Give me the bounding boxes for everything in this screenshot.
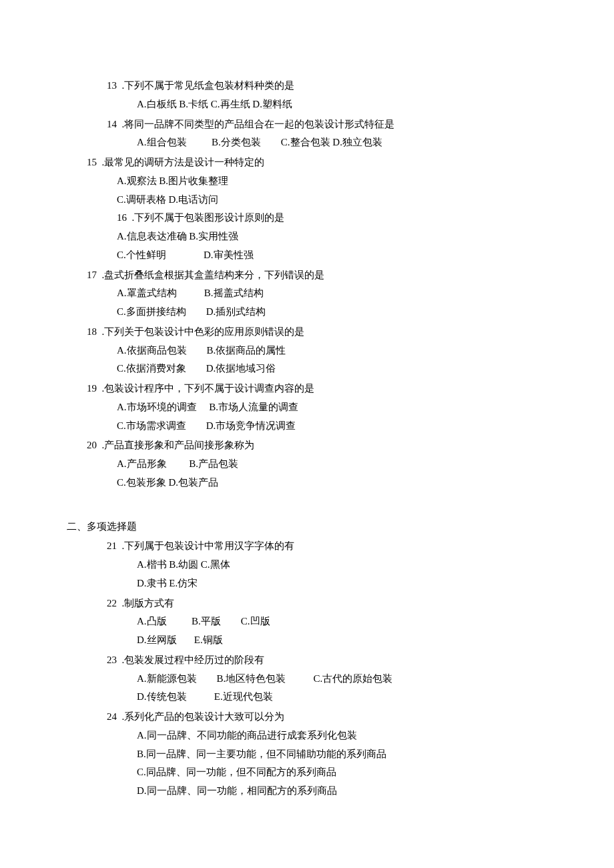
question-stem: 13 .下列不属于常见纸盒包装材料种类的是 — [87, 77, 527, 95]
question-17: 17 .盘式折叠纸盒根据其盒盖结构来分，下列错误的是 A.罩盖式结构 B.摇盖式… — [87, 266, 527, 322]
question-22: 22 .制版方式有 A.凸版 B.平版 C.凹版 D.丝网版 E.铜版 — [87, 594, 527, 650]
option-line: D.同一品牌、同一功能，相同配方的系列商品 — [87, 782, 527, 801]
option-line: C.同品牌、同一功能，但不同配方的系列商品 — [87, 763, 527, 782]
question-24: 24 .系列化产品的包装设计大致可以分为 A.同一品牌、不同功能的商品进行成套系… — [87, 708, 527, 801]
option-line: A.白板纸 B.卡纸 C.再生纸 D.塑料纸 — [87, 95, 527, 114]
option-line: A.组合包装 B.分类包装 C.整合包装 D.独立包装 — [87, 133, 527, 152]
option-line: C.个性鲜明 D.审美性强 — [87, 246, 527, 265]
option-line: A.凸版 B.平版 C.凹版 — [87, 612, 527, 631]
option-line: C.包装形象 D.包装产品 — [87, 474, 527, 492]
option-line: B.同一品牌、同一主要功能，但不同辅助功能的系列商品 — [87, 745, 527, 764]
option-line: A.信息表达准确 B.实用性强 — [87, 228, 527, 246]
section-2-header: 二、多项选择题 — [67, 518, 527, 536]
question-stem: 20 .产品直接形象和产品间接形象称为 — [87, 436, 527, 455]
question-20: 20 .产品直接形象和产品间接形象称为 A.产品形象 B.产品包装 C.包装形象… — [87, 436, 527, 492]
question-stem: 21 .下列属于包装设计中常用汉字字体的有 — [87, 537, 527, 556]
question-15: 15 .最常见的调研方法是设计一种特定的 A.观察法 B.图片收集整理 C.调研… — [87, 153, 527, 265]
question-stem: 14 .将同一品牌不同类型的产品组合在一起的包装设计形式特征是 — [87, 115, 527, 134]
option-line: A.观察法 B.图片收集整理 — [87, 172, 527, 191]
question-stem: 18 .下列关于包装设计中色彩的应用原则错误的是 — [87, 323, 527, 342]
question-18: 18 .下列关于包装设计中色彩的应用原则错误的是 A.依据商品包装 B.依据商品… — [87, 323, 527, 378]
question-stem: 24 .系列化产品的包装设计大致可以分为 — [87, 708, 527, 727]
question-stem: 15 .最常见的调研方法是设计一种特定的 — [87, 153, 527, 172]
question-21: 21 .下列属于包装设计中常用汉字字体的有 A.楷书 B.幼圆 C.黑体 D.隶… — [87, 537, 527, 592]
question-23: 23 .包装发展过程中经历过的阶段有 A.新能源包装 B.地区特色包装 C.古代… — [87, 651, 527, 707]
option-line: C.调研表格 D.电话访问 — [87, 191, 527, 209]
question-stem: 22 .制版方式有 — [87, 594, 527, 613]
exam-page: 13 .下列不属于常见纸盒包装材料种类的是 A.白板纸 B.卡纸 C.再生纸 D… — [0, 0, 614, 868]
question-19: 19 .包装设计程序中，下列不属于设计调查内容的是 A.市场环境的调查 B.市场… — [87, 380, 527, 435]
option-line: A.罩盖式结构 B.摇盖式结构 — [87, 284, 527, 303]
question-stem: 19 .包装设计程序中，下列不属于设计调查内容的是 — [87, 380, 527, 398]
option-line: A.市场环境的调查 B.市场人流量的调查 — [87, 398, 527, 417]
option-line: D.隶书 E.仿宋 — [87, 574, 527, 593]
option-line: C.多面拼接结构 D.插别式结构 — [87, 303, 527, 322]
option-line: D.传统包装 E.近现代包装 — [87, 688, 527, 707]
question-14: 14 .将同一品牌不同类型的产品组合在一起的包装设计形式特征是 A.组合包装 B… — [87, 115, 527, 153]
option-line: A.产品形象 B.产品包装 — [87, 455, 527, 474]
option-line: D.丝网版 E.铜版 — [87, 631, 527, 650]
option-line: A.同一品牌、不同功能的商品进行成套系列化包装 — [87, 727, 527, 745]
question-13: 13 .下列不属于常见纸盒包装材料种类的是 A.白板纸 B.卡纸 C.再生纸 D… — [87, 77, 527, 114]
option-line: A.依据商品包装 B.依据商品的属性 — [87, 342, 527, 360]
option-line: C.依据消费对象 D.依据地域习俗 — [87, 360, 527, 378]
option-line: C.市场需求调查 D.市场竞争情况调查 — [87, 417, 527, 436]
question-stem-16: 16 .下列不属于包装图形设计原则的是 — [87, 209, 527, 228]
option-line: A.楷书 B.幼圆 C.黑体 — [87, 556, 527, 574]
question-stem: 17 .盘式折叠纸盒根据其盒盖结构来分，下列错误的是 — [87, 266, 527, 285]
option-line: A.新能源包装 B.地区特色包装 C.古代的原始包装 — [87, 670, 527, 689]
question-stem: 23 .包装发展过程中经历过的阶段有 — [87, 651, 527, 670]
